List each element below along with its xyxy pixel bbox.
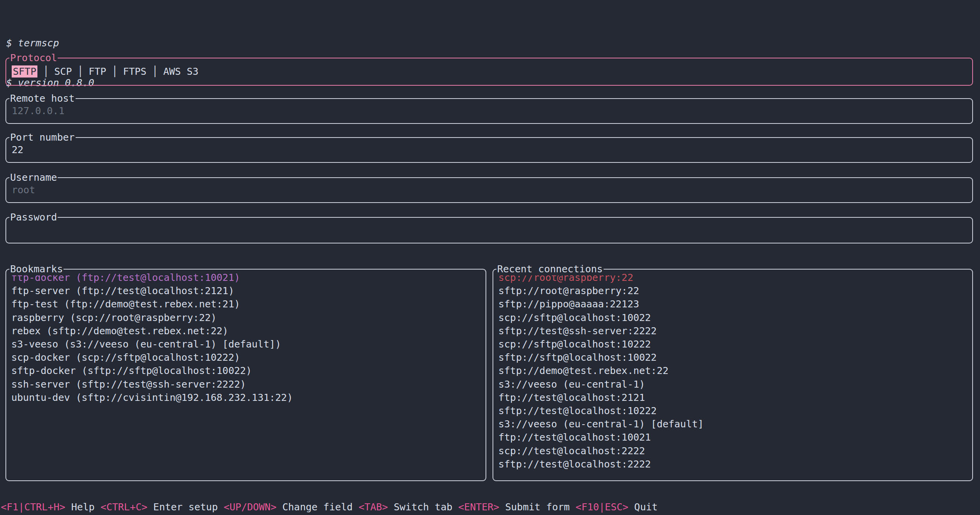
recent-connection-item[interactable]: sftp://test@ssh-server:2222 bbox=[498, 325, 972, 338]
bookmark-item[interactable]: ssh-server (sftp://test@ssh-server:2222) bbox=[11, 378, 486, 391]
password-field[interactable]: Password bbox=[5, 217, 973, 243]
protocol-option-scp[interactable]: SCP bbox=[54, 66, 72, 77]
bookmarks-label: Bookmarks bbox=[9, 263, 64, 275]
bookmark-item[interactable]: sftp-docker (sftp://sftp@localhost:10022… bbox=[11, 364, 486, 377]
remote-host-value[interactable]: 127.0.0.1 bbox=[6, 99, 972, 118]
protocol-field[interactable]: Protocol SFTP│SCP│FTP│FTPS│AWS S3 bbox=[5, 58, 973, 86]
bookmark-item[interactable]: s3-veeso (s3://veeso (eu-central-1) [def… bbox=[11, 338, 486, 351]
recent-connection-item[interactable]: scp://sftp@localhost:10222 bbox=[498, 338, 972, 351]
bookmark-item[interactable]: ftp-server (ftp://test@localhost:2121) bbox=[11, 284, 486, 298]
termscp-window: $ termscp $ version 0.8.0 Protocol SFTP│… bbox=[0, 0, 980, 515]
protocol-option-sftp[interactable]: SFTP bbox=[12, 65, 37, 78]
help-action: Help bbox=[65, 501, 101, 513]
protocol-separator: │ bbox=[43, 66, 49, 77]
help-key: <CTRL+C> bbox=[101, 501, 147, 513]
port-number-field[interactable]: Port number 22 bbox=[5, 137, 973, 163]
bookmark-item[interactable]: scp-docker (scp://sftp@localhost:10222) bbox=[11, 351, 486, 364]
recent-connection-item[interactable]: sftp://demo@test.rebex.net:22 bbox=[498, 364, 972, 377]
prompt-line-1: $ termscp bbox=[6, 37, 94, 50]
protocol-option-ftps[interactable]: FTPS bbox=[123, 66, 147, 77]
protocol-separator: │ bbox=[112, 66, 118, 77]
protocol-option-ftp[interactable]: FTP bbox=[89, 66, 106, 77]
help-key: <F1|CTRL+H> bbox=[1, 501, 65, 513]
bookmark-item[interactable]: ubuntu-dev (sftp://cvisintin@192.168.232… bbox=[11, 391, 486, 404]
bookmark-item[interactable]: raspberry (scp://root@raspberry:22) bbox=[11, 311, 486, 325]
protocol-separator: │ bbox=[77, 66, 83, 77]
protocol-options: SFTP│SCP│FTP│FTPS│AWS S3 bbox=[6, 58, 972, 78]
bookmarks-panel: Bookmarks ftp-docker (ftp://test@localho… bbox=[5, 269, 486, 481]
recent-connection-item[interactable]: sftp://pippo@aaaaa:22123 bbox=[498, 298, 972, 311]
port-number-label: Port number bbox=[9, 131, 76, 144]
help-action: Enter setup bbox=[147, 501, 224, 513]
protocol-label: Protocol bbox=[9, 52, 58, 64]
recent-connection-item[interactable]: s3://veeso (eu-central-1) bbox=[498, 378, 972, 391]
bookmark-item[interactable]: ftp-docker (ftp://test@localhost:10021) bbox=[11, 271, 486, 284]
help-key: <ENTER> bbox=[458, 501, 499, 513]
port-number-value[interactable]: 22 bbox=[6, 138, 972, 157]
password-label: Password bbox=[9, 211, 58, 224]
bookmark-item[interactable]: ftp-test (ftp://demo@test.rebex.net:21) bbox=[11, 298, 486, 311]
username-label: Username bbox=[9, 171, 58, 184]
recent-connection-item[interactable]: sftp://test@localhost:10222 bbox=[498, 404, 972, 418]
recent-connections-panel: Recent connections scp://root@raspberry:… bbox=[493, 269, 973, 481]
recent-list: scp://root@raspberry:22sftp://root@raspb… bbox=[493, 270, 972, 471]
recent-connections-label: Recent connections bbox=[496, 263, 604, 275]
recent-connection-item[interactable]: sftp://root@raspberry:22 bbox=[498, 284, 972, 298]
remote-host-field[interactable]: Remote host 127.0.0.1 bbox=[5, 98, 973, 124]
protocol-separator: │ bbox=[152, 66, 158, 77]
password-value[interactable] bbox=[6, 218, 972, 223]
bookmarks-list: ftp-docker (ftp://test@localhost:10021)f… bbox=[6, 270, 486, 404]
help-bar: <F1|CTRL+H> Help <CTRL+C> Enter setup <U… bbox=[1, 501, 664, 513]
help-action: Switch tab bbox=[388, 501, 458, 513]
recent-connection-item[interactable]: sftp://test@localhost:2222 bbox=[498, 458, 972, 471]
protocol-option-aws-s3[interactable]: AWS S3 bbox=[163, 66, 198, 77]
remote-host-label: Remote host bbox=[9, 92, 76, 105]
help-action: Submit form bbox=[499, 501, 576, 513]
username-field[interactable]: Username root bbox=[5, 177, 973, 203]
recent-connection-item[interactable]: scp://sftp@localhost:10022 bbox=[498, 311, 972, 325]
recent-connection-item[interactable]: sftp://sftp@localhost:10022 bbox=[498, 351, 972, 364]
recent-connection-item[interactable]: scp://test@localhost:2222 bbox=[498, 444, 972, 458]
help-key: <F10|ESC> bbox=[576, 501, 628, 513]
recent-connection-item[interactable]: s3://veeso (eu-central-1) [default] bbox=[498, 418, 972, 431]
help-action: Quit bbox=[629, 501, 664, 513]
help-key: <TAB> bbox=[358, 501, 388, 513]
help-key: <UP/DOWN> bbox=[224, 501, 276, 513]
bookmark-item[interactable]: rebex (sftp://demo@test.rebex.net:22) bbox=[11, 325, 486, 338]
recent-connection-item[interactable]: ftp://test@localhost:2121 bbox=[498, 391, 972, 404]
username-value[interactable]: root bbox=[6, 178, 972, 197]
help-action: Change field bbox=[276, 501, 358, 513]
recent-connection-item[interactable]: ftp://test@localhost:10021 bbox=[498, 431, 972, 444]
